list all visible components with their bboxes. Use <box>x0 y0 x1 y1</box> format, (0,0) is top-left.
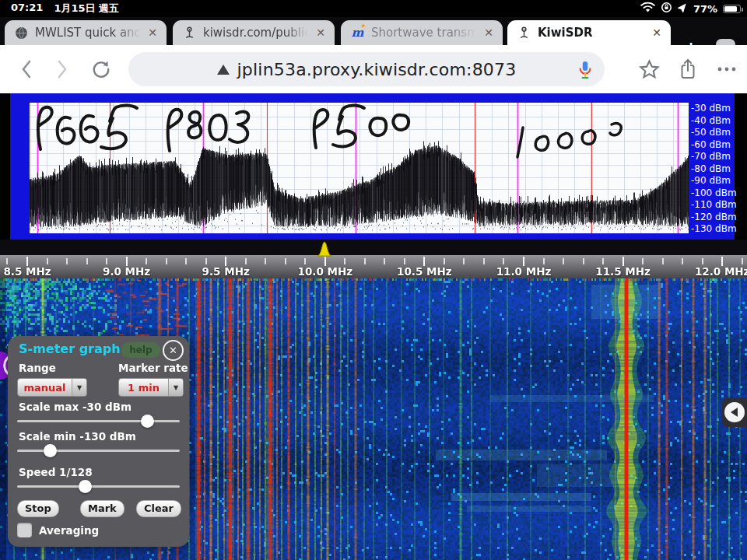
orientation-lock-icon <box>661 2 672 16</box>
tab-title: kiwisdr.com/public/ <box>203 26 308 40</box>
chevron-down-icon: ▼ <box>168 379 183 396</box>
panel-title: S-meter graph <box>19 341 121 356</box>
db-scale-label: -100 dBm <box>691 187 737 198</box>
speed-label: Speed 1/128 <box>19 466 93 478</box>
reload-button[interactable] <box>86 45 117 93</box>
frequency-label: 9.5 MHz <box>195 265 257 278</box>
slider-track <box>17 450 180 452</box>
db-scale-label: -90 dBm <box>691 175 731 186</box>
frequency-label: 11.5 MHz <box>592 265 654 278</box>
tab-title: KiwiSDR <box>538 26 644 40</box>
location-icon <box>678 2 688 15</box>
smeter-panel: S-meter graph help ✕ Range Marker rate m… <box>8 336 189 547</box>
frequency-labels: 8.5 MHz9.0 MHz9.5 MHz10.0 MHz10.5 MHz11.… <box>0 265 747 278</box>
screen: 07:21 1月15日 週五 77% MWLIST quick and easy… <box>0 0 747 560</box>
tab-close-icon[interactable]: ✕ <box>651 26 663 40</box>
db-scale-label: -50 dBm <box>691 127 731 138</box>
tab-close-icon[interactable]: ✕ <box>146 26 159 40</box>
ios-status-bar: 07:21 1月15日 週五 77% <box>0 0 747 17</box>
db-scale-label: -30 dBm <box>691 103 731 114</box>
open-control-panel-button[interactable] <box>722 397 747 427</box>
tuning-marker-icon[interactable] <box>317 241 331 260</box>
frequency-label: 10.5 MHz <box>393 265 455 278</box>
clock: 07:21 <box>11 2 43 16</box>
tab-close-icon[interactable]: ✕ <box>482 26 495 40</box>
marker-rate-select[interactable]: 1 min ▼ <box>118 378 184 397</box>
scale-max-slider[interactable] <box>17 415 180 428</box>
url-field[interactable]: jplin53a.proxy.kiwisdr.com:8073 <box>128 52 605 86</box>
slider-thumb[interactable] <box>141 415 154 428</box>
scale-max-label: Scale max -30 dBm <box>19 401 132 413</box>
db-scale-label: -110 dBm <box>691 199 737 210</box>
close-button[interactable]: ✕ <box>163 340 184 361</box>
speed-slider[interactable] <box>17 480 180 493</box>
slider-track <box>17 485 180 488</box>
back-button[interactable] <box>12 45 40 93</box>
marker-rate-label: Marker rate <box>118 362 188 374</box>
tab-kiwisdr-active[interactable]: KiwiSDR ✕ <box>507 20 671 45</box>
voice-search-icon[interactable] <box>577 60 594 83</box>
status-right: 77% <box>640 0 741 17</box>
bookmark-star-icon[interactable] <box>635 45 663 93</box>
kiwisdr-antenna-icon <box>517 26 531 40</box>
frequency-label: 8.5 MHz <box>0 265 58 278</box>
db-scale-label: -130 dBm <box>691 223 737 234</box>
not-secure-icon <box>217 65 230 75</box>
stop-button[interactable]: Stop <box>17 500 59 517</box>
range-label: Range <box>19 362 56 374</box>
db-scale-label: -40 dBm <box>691 115 731 126</box>
date: 1月15日 週五 <box>54 2 119 16</box>
more-menu-icon[interactable] <box>711 45 742 93</box>
tab-kiwisdr-public[interactable]: kiwisdr.com/public/ ✕ <box>173 20 335 45</box>
averaging-checkbox[interactable] <box>17 523 32 537</box>
status-left: 07:21 1月15日 週五 <box>0 2 119 16</box>
tab-title: Shortwave transmitter <box>371 26 476 40</box>
kiwisdr-antenna-icon <box>182 26 197 40</box>
db-scale-label: -60 dBm <box>691 139 731 150</box>
smeter-graph-plot <box>30 103 689 233</box>
clear-button[interactable]: Clear <box>136 500 181 517</box>
slider-thumb[interactable] <box>79 480 92 493</box>
db-scale-label: -120 dBm <box>691 212 737 222</box>
wifi-icon <box>640 2 655 16</box>
help-button[interactable]: help <box>121 342 160 358</box>
graph-blue-frame: -30 dBm-40 dBm-50 dBm-60 dBm-70 dBm-80 d… <box>10 93 735 240</box>
battery-icon <box>723 5 741 13</box>
tab-title: MWLIST quick and easy <box>35 26 140 40</box>
chevron-down-icon: ▼ <box>72 379 86 396</box>
globe-icon <box>14 26 29 40</box>
marker-rate-value: 1 min <box>119 379 168 396</box>
range-select[interactable]: manual ▼ <box>17 378 87 397</box>
tab-shortwave[interactable]: m✦ Shortwave transmitter ✕ <box>341 20 503 45</box>
address-bar: jplin53a.proxy.kiwisdr.com:8073 <box>0 45 747 93</box>
frequency-label: 10.0 MHz <box>294 265 356 278</box>
range-value: manual <box>18 379 72 396</box>
scale-min-slider[interactable] <box>17 444 180 457</box>
mwlist-m-icon: m✦ <box>350 26 365 40</box>
smeter-graph-region: -30 dBm-40 dBm-50 dBm-60 dBm-70 dBm-80 d… <box>0 93 747 240</box>
battery-percent: 77% <box>693 3 717 15</box>
slider-track <box>17 420 180 422</box>
frequency-scale[interactable]: 8.5 MHz9.0 MHz9.5 MHz10.0 MHz10.5 MHz11.… <box>0 240 747 278</box>
frequency-label: 12.0 MHz <box>691 265 747 278</box>
forward-button[interactable] <box>48 45 76 93</box>
db-scale-label: -80 dBm <box>691 163 731 174</box>
frequency-label: 11.0 MHz <box>493 265 555 278</box>
left-arrow-icon <box>724 402 745 422</box>
tab-close-icon[interactable]: ✕ <box>314 26 327 40</box>
averaging-label: Averaging <box>39 524 99 537</box>
scale-min-label: Scale min -130 dBm <box>19 430 136 443</box>
db-scale: -30 dBm-40 dBm-50 dBm-60 dBm-70 dBm-80 d… <box>691 101 745 235</box>
slider-thumb[interactable] <box>44 444 57 457</box>
frequency-label: 9.0 MHz <box>96 265 158 278</box>
browser-tab-bar: MWLIST quick and easy ✕ kiwisdr.com/publ… <box>0 17 747 45</box>
mark-button[interactable]: Mark <box>80 500 124 517</box>
share-icon[interactable] <box>674 45 702 93</box>
url-text: jplin53a.proxy.kiwisdr.com:8073 <box>237 60 517 79</box>
tab-mwlist[interactable]: MWLIST quick and easy ✕ <box>5 20 167 45</box>
db-scale-label: -70 dBm <box>691 151 731 162</box>
